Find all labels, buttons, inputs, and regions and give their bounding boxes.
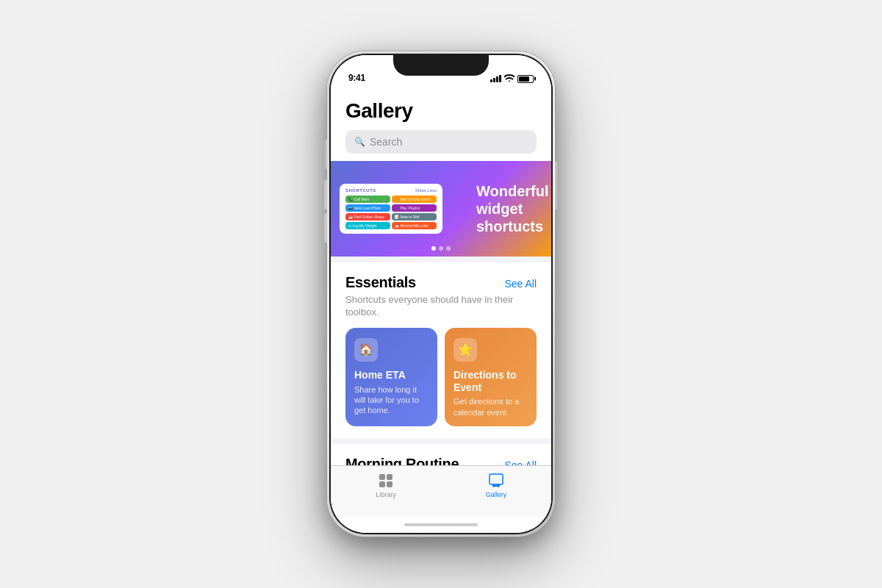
home-indicator [331,517,551,533]
section-essentials: Essentials See All Shortcuts everyone sh… [331,262,551,438]
screen-content: Gallery 🔍 Search SHORTCUTS [331,87,551,465]
show-less-button[interactable]: Show Less [415,188,437,193]
section-essentials-title: Essentials [345,274,416,291]
svg-rect-5 [492,484,500,487]
section-essentials-see-all[interactable]: See All [504,278,537,290]
card-home-eta-title: Home ETA [354,369,429,381]
gallery-header: Gallery 🔍 Search [331,87,551,161]
card-directions-to-event[interactable]: ⭐ Directions to Event Get directions to … [445,328,537,426]
signal-bar-2 [493,78,495,82]
section-morning-see-all[interactable]: See All [504,459,537,465]
banner-text: Wonderful widget shortucts [470,173,551,244]
dot-1 [431,246,436,251]
scene: 9:41 [327,51,555,537]
card-directions-desc: Get directions to a calendar event. [453,396,528,417]
tab-gallery-icon [487,472,505,490]
tab-library-icon [377,472,395,490]
section-morning-title: Morning Routine [345,456,459,465]
mini-shortcut-item: ⚖ Log My Weight [345,222,390,229]
featured-banner[interactable]: SHORTCUTS Show Less 📞 Call Mom 🚲 Bike to… [331,161,551,257]
scroll-area: Gallery 🔍 Search SHORTCUTS [331,87,551,465]
mini-shortcut-item: 🎵 Play Playlist [392,204,437,212]
banner-pagination-dots [431,246,451,251]
mini-shortcut-item: ☕ Find Coffee Shops [345,213,390,220]
section-morning-header: Morning Routine See All [331,444,551,465]
phone-screen: 9:41 [331,55,551,533]
banner-shortcuts-preview: SHORTCUTS Show Less 📞 Call Mom 🚲 Bike to… [331,175,470,243]
section-essentials-header: Essentials See All [331,262,551,294]
shortcuts-mini-card: SHORTCUTS Show Less 📞 Call Mom 🚲 Bike to… [340,184,442,234]
svg-rect-2 [379,481,385,487]
mini-shortcut-item: 🚲 Bike to Next Event [392,196,437,203]
tab-gallery[interactable]: Gallery [441,472,551,498]
signal-bars-icon [490,75,501,82]
home-bar [404,523,478,526]
svg-rect-4 [490,474,503,484]
wifi-icon [504,74,514,83]
card-home-eta-desc: Share how long it will take for you to g… [354,384,429,416]
signal-bar-4 [499,75,501,82]
notch [393,55,489,76]
svg-rect-0 [379,474,385,480]
status-time: 9:41 [348,73,365,83]
signal-bar-3 [496,76,498,82]
mini-shortcuts-grid: 📞 Call Mom 🚲 Bike to Next Event 📷 Send L… [345,196,437,229]
card-home-eta[interactable]: 🏠 Home ETA Share how long it will take f… [345,328,437,426]
battery-icon [517,75,534,83]
tab-library-label: Library [376,491,396,498]
dot-2 [439,246,443,251]
tab-gallery-label: Gallery [486,491,507,498]
svg-rect-1 [387,474,392,480]
gallery-title: Gallery [345,99,537,123]
section-morning-routine: Morning Routine See All Wake up with the… [331,444,551,465]
search-icon: 🔍 [354,137,365,147]
phone-inner: 9:41 [329,54,553,534]
svg-rect-3 [387,481,392,487]
banner-title: Wonderful widget shortucts [476,182,539,235]
signal-bar-1 [490,79,492,82]
search-bar[interactable]: 🔍 Search [345,130,537,154]
mini-shortcut-item: 📞 Call Mom [345,196,390,203]
mini-shortcut-item: ⏰ Remind Me Later [392,222,437,229]
dot-3 [446,246,451,251]
essentials-cards-grid: 🏠 Home ETA Share how long it will take f… [331,328,551,438]
shortcuts-mini-label: SHORTCUTS [345,188,376,193]
tab-bar: Library Gallery [331,465,551,517]
mini-shortcut-item: 📷 Send Last Photo [345,204,390,212]
tab-library[interactable]: Library [331,472,441,498]
card-home-eta-icon: 🏠 [354,338,378,362]
card-directions-title: Directions to Event [453,369,528,394]
search-placeholder: Search [370,136,402,148]
status-icons [490,74,534,83]
mini-shortcut-item: 📝 Note to Self [392,213,437,220]
section-essentials-subtitle: Shortcuts everyone should have in their … [331,294,551,328]
phone-outer: 9:41 [327,51,555,537]
card-directions-icon: ⭐ [453,338,477,362]
